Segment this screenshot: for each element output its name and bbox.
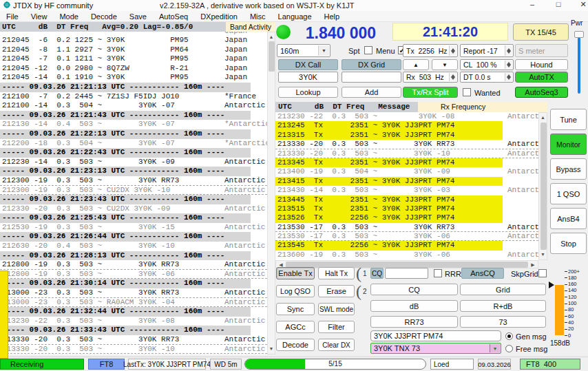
- decode-row[interactable]: 213230 -22 0.3 503 ~ 3Y0K -08Antarctic: [0, 317, 267, 326]
- bypass-button[interactable]: Bypass: [550, 158, 587, 180]
- menu-item-help[interactable]: Help: [318, 12, 346, 21]
- tab1-brace[interactable]: (: [356, 264, 361, 283]
- tx-period-button[interactable]: TX 15/45: [513, 23, 569, 41]
- stop-button[interactable]: Stop: [550, 233, 587, 254]
- decode-row[interactable]: 212045 -6 0.2 1225 ~ 3Y0K PM95Japan: [0, 36, 267, 45]
- spinner-icon[interactable]: [449, 73, 456, 81]
- anscq-button[interactable]: AnsCQ: [461, 268, 504, 279]
- decode-row[interactable]: 212045 -8 1.1 2927 ~ 3Y0K PM64Japan: [0, 45, 267, 55]
- pwr-slider-handle[interactable]: [574, 31, 584, 38]
- log-qso-button[interactable]: Log QSO: [276, 285, 315, 297]
- one-qso-button[interactable]: 1 QSO: [550, 183, 587, 204]
- maximize-icon[interactable]: □: [551, 0, 566, 8]
- decode-row[interactable]: 212800 -19 0.3 503 ~ 3Y0K RR73Antarctic: [0, 260, 267, 270]
- pwr-slider-track[interactable]: [578, 37, 580, 94]
- decode-row[interactable]: 213515 Tx 2351 ~ 3Y0K JJ3PRT PM74: [275, 204, 538, 213]
- decode-row[interactable]: 213245 Tx 2351 ~ 3Y0K JJ3PRT PM74: [275, 121, 538, 130]
- free-msg-radio[interactable]: [505, 345, 513, 352]
- scroll-right-icon[interactable]: ▶: [529, 261, 536, 268]
- decode-row[interactable]: 213545 Tx 2256 ~ 3Y0K JJ3PRT PM74: [275, 241, 538, 250]
- decode-row[interactable]: 212300 -19 0.3 503 ~ CU2DX 3Y0K -10Antar…: [0, 186, 267, 195]
- decode-row[interactable]: 213415 Tx 2351 ~ 3Y0K JJ3PRT PM74: [275, 177, 538, 186]
- spinner-icon[interactable]: [505, 45, 512, 56]
- gen-msg-field[interactable]: 3Y0K JJ3PRT PM74: [370, 330, 501, 341]
- decode-row[interactable]: 212230 -14 0.3 503 ~ 3Y0K -09Antarctic: [0, 158, 267, 167]
- decode-row[interactable]: 212630 -20 0.4 503 ~ 3Y0K -10Antarctic: [0, 242, 267, 251]
- decode-row[interactable]: 212300 -19 0.3 503 ~ 3Y0K RR73Antarctic: [0, 176, 267, 186]
- dx-grid-input[interactable]: [342, 72, 401, 83]
- menu-item-dxpedition[interactable]: DXpedition: [194, 12, 244, 21]
- halt-tx-button[interactable]: Halt Tx: [318, 267, 355, 279]
- decode-row[interactable]: 213230 -22 0.3 503 ~ 3Y0K -08Antarct: [275, 112, 538, 121]
- swl-mode-button[interactable]: SWL mode: [318, 303, 355, 315]
- report-spinbox[interactable]: Report -17: [460, 44, 514, 57]
- grid-macro-button[interactable]: Grid: [460, 284, 546, 295]
- autotx-button[interactable]: AutoTX: [515, 72, 568, 83]
- decode-row[interactable]: 213526 Tx 2256 ~ 3Y0K JJ3PRT PM74: [275, 213, 538, 222]
- erase-button[interactable]: Erase: [318, 285, 355, 297]
- decode-row[interactable]: 212200 -18 0.3 504 ~ 3Y0K -07*Antarctic: [0, 139, 267, 149]
- cl-spinbox[interactable]: CL 100 %: [460, 59, 514, 70]
- tab1-label[interactable]: 1: [363, 270, 367, 277]
- menu-item-language[interactable]: Language: [272, 12, 318, 21]
- hound-button[interactable]: Hound: [515, 59, 568, 70]
- minimize-icon[interactable]: –: [525, 0, 540, 8]
- menu-item-save[interactable]: Save: [123, 12, 153, 21]
- scroll-up-icon[interactable]: ▲: [539, 114, 547, 122]
- tab2-label[interactable]: 2: [363, 288, 367, 295]
- decode-row[interactable]: 213000 -23 0.3 503 ~ 3Y0K RR73Antarctic: [0, 288, 267, 298]
- decode-row[interactable]: 213330 -20 0.3 503 ~ 3Y0K -10Antarct: [275, 149, 538, 158]
- menu-item-decode[interactable]: Decode: [85, 12, 123, 21]
- decode-row[interactable]: 213315 Tx 2351 ~ 3Y0K JJ3PRT PM74: [275, 131, 538, 140]
- band-activity-vscrollbar[interactable]: ▲ ▼: [267, 32, 275, 354]
- decode-row[interactable]: 213530 -17 0.3 503 ~ 3Y0K -06Antarct: [275, 232, 538, 241]
- wanted-checkbox[interactable]: [463, 88, 471, 96]
- decode-row[interactable]: 212800 -19 0.3 503 ~ 3Y0K -06Antarctic: [0, 270, 267, 279]
- scroll-down-icon[interactable]: ▼: [268, 345, 275, 353]
- cq-macro-button[interactable]: CQ: [370, 284, 458, 295]
- decode-row[interactable]: 212100 -14 0.3 504 ~ 3Y0K -07Antarctic: [0, 101, 267, 111]
- autoseq-button[interactable]: AutoSeq3: [515, 87, 568, 98]
- scrollbar-thumb[interactable]: [269, 41, 275, 72]
- freq-up-button[interactable]: ▲: [403, 59, 429, 70]
- txrx-split-button[interactable]: Tx/Rx Split: [403, 87, 458, 98]
- decode-row[interactable]: 212330 -20 0.3 503 ~ CU2DX 3Y0K -09Antar…: [0, 204, 267, 214]
- s73-macro-button[interactable]: 73: [460, 316, 546, 328]
- lookup-button[interactable]: Lookup: [278, 87, 338, 98]
- decode-row[interactable]: 213600 -19 0.3 503 ~ 3Y0K -06Antarct: [275, 251, 538, 259]
- sync-button[interactable]: Sync: [276, 303, 315, 315]
- dx-call-input[interactable]: 3Y0K: [278, 72, 338, 83]
- decode-button[interactable]: Decode: [276, 339, 315, 351]
- rrr-checkbox[interactable]: [434, 269, 442, 277]
- decode-row[interactable]: 212045 -14 0.1 1910 ~ 3Y0K PM95Japan: [0, 73, 267, 83]
- monitor-button[interactable]: Monitor: [550, 134, 587, 155]
- rx-offset-spinbox[interactable]: Rx 503 Hz: [403, 72, 458, 83]
- spinner-icon[interactable]: [449, 45, 456, 56]
- ansb4-button[interactable]: AnsB4: [550, 208, 587, 229]
- close-icon[interactable]: ✕: [576, 0, 588, 9]
- decode-row[interactable]: 212530 -19 0.3 503 ~ 3Y0K -15Antarctic: [0, 223, 267, 233]
- rdb-macro-button[interactable]: R+dB: [460, 300, 546, 312]
- free-msg-dropdown[interactable]: 3Y0K TNX 73 ▼: [370, 343, 501, 354]
- scroll-down-icon[interactable]: ▼: [539, 251, 547, 259]
- skpgrid-checkbox[interactable]: [538, 269, 547, 277]
- decode-row[interactable]: 213345 Tx 2351 ~ 3Y0K JJ3PRT PM74: [275, 158, 538, 167]
- spinner-icon[interactable]: [505, 73, 512, 81]
- decode-row[interactable]: 213430 -14 0.3 503 ~ 3Y0K -03Antarct: [275, 186, 538, 195]
- decode-row[interactable]: 213330 -20 0.3 503 ~ 3Y0K -10Antarctic: [0, 345, 267, 354]
- decode-row[interactable]: 212130 -14 0.4 503 ~ 3Y0K -07*Antarctic: [0, 120, 267, 129]
- menu-item-misc[interactable]: Misc: [244, 12, 272, 21]
- filter-button[interactable]: Filter: [318, 321, 355, 333]
- menu-item-view[interactable]: View: [25, 12, 54, 21]
- spt-checkbox[interactable]: [364, 46, 372, 54]
- decode-row[interactable]: 212045 -12 0.0 2980 ~ 8Q7ZW R-21Japan: [0, 64, 267, 74]
- rx-vscrollbar[interactable]: ▲ ▼: [538, 112, 547, 260]
- add-button[interactable]: Add: [342, 87, 401, 98]
- band-select[interactable]: 160m ▼: [277, 44, 330, 57]
- decode-row[interactable]: 213000 -23 0.3 503 ~ RA0ACM 3Y0K -04Anta…: [0, 298, 267, 308]
- gen-msg-radio[interactable]: [505, 332, 513, 340]
- tab2-brace[interactable]: (: [356, 282, 361, 301]
- chevron-down-icon[interactable]: ▼: [490, 344, 500, 352]
- clear-dx-button[interactable]: Clear DX: [318, 339, 355, 351]
- db-macro-button[interactable]: dB: [370, 300, 458, 312]
